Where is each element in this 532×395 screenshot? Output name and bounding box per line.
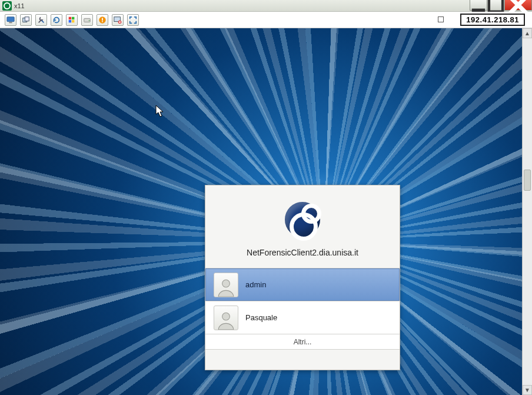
- user-row-admin[interactable]: admin: [205, 268, 400, 301]
- svg-rect-2: [7, 16, 14, 21]
- svg-rect-13: [102, 18, 103, 20]
- monitor-icon[interactable]: [5, 14, 16, 26]
- minimize-button[interactable]: [470, 0, 487, 11]
- windows-overlap-icon[interactable]: [20, 14, 32, 26]
- username-label: admin: [245, 280, 266, 289]
- scrollbar-thumb[interactable]: [524, 170, 531, 191]
- svg-rect-14: [102, 21, 103, 22]
- avatar-icon: [214, 273, 238, 297]
- svg-rect-9: [72, 20, 74, 22]
- svg-rect-8: [69, 20, 71, 22]
- tools-icon[interactable]: [35, 14, 47, 26]
- scroll-up-button[interactable]: ▲: [523, 28, 532, 38]
- svg-rect-0: [472, 8, 485, 12]
- user-row-pasquale[interactable]: Pasquale: [205, 301, 400, 334]
- ip-address-field[interactable]: 192.41.218.81: [460, 14, 525, 26]
- other-users-row[interactable]: Altri...: [205, 334, 400, 350]
- svg-point-18: [222, 313, 230, 320]
- window-title: x11: [14, 2, 25, 9]
- user-list: admin Pasquale Altri...: [205, 268, 400, 350]
- scroll-down-button[interactable]: ▼: [523, 385, 532, 395]
- login-panel: NetForensicClient2.dia.unisa.it admin Pa…: [205, 185, 400, 370]
- windows-flag-icon[interactable]: [66, 14, 78, 26]
- other-users-label: Altri...: [294, 338, 312, 346]
- screen-x-icon[interactable]: [112, 14, 124, 26]
- remote-desktop-viewport[interactable]: NetForensicClient2.dia.unisa.it admin Pa…: [0, 28, 522, 395]
- svg-rect-3: [9, 22, 12, 23]
- vnc-toolbar: 192.41.218.81: [0, 12, 532, 28]
- svg-rect-5: [25, 16, 29, 21]
- close-button[interactable]: [505, 0, 532, 11]
- svg-point-17: [222, 280, 230, 287]
- refresh-icon[interactable]: [51, 14, 62, 26]
- drive-icon[interactable]: [81, 14, 93, 26]
- vertical-scrollbar[interactable]: ▲ ▼: [522, 28, 532, 395]
- fullscreen-icon[interactable]: [127, 14, 139, 26]
- hostname-label: NetForensicClient2.dia.unisa.it: [205, 248, 400, 257]
- alert-icon[interactable]: [97, 14, 108, 26]
- svg-point-11: [89, 20, 90, 21]
- username-label: Pasquale: [245, 313, 277, 322]
- mouse-cursor-icon: [155, 105, 165, 118]
- avatar-icon: [214, 306, 238, 330]
- maximize-button[interactable]: [487, 0, 505, 11]
- fedora-logo-icon: [285, 202, 320, 237]
- svg-rect-7: [72, 16, 74, 19]
- app-icon: [2, 1, 12, 11]
- svg-rect-6: [69, 16, 71, 19]
- window-titlebar: x11: [0, 0, 532, 12]
- status-indicator: [438, 16, 444, 22]
- svg-rect-1: [489, 0, 503, 12]
